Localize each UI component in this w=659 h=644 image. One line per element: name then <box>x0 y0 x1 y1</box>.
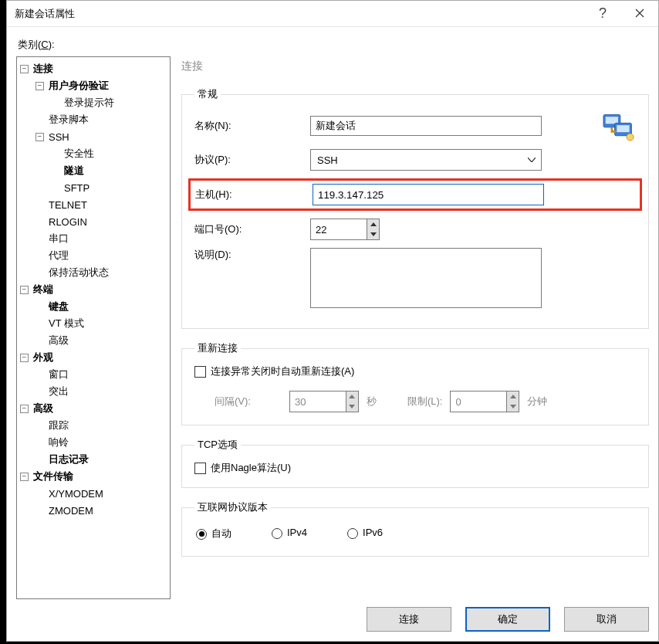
tree-item-keyboard[interactable]: 键盘 <box>17 298 170 315</box>
description-input[interactable] <box>310 248 542 308</box>
tree-item-telnet[interactable]: TELNET <box>17 196 170 213</box>
radio-ipv4[interactable]: IPv4 <box>272 527 307 541</box>
ok-button[interactable]: 确定 <box>465 607 550 632</box>
tree-collapse-icon[interactable]: − <box>35 82 44 90</box>
protocol-value: SSH <box>317 154 338 166</box>
tree-item-login-script[interactable]: 登录脚本 <box>17 111 170 128</box>
port-stepper[interactable] <box>310 219 380 240</box>
tree-collapse-icon[interactable]: − <box>20 473 29 481</box>
tree-collapse-icon[interactable]: − <box>20 286 29 294</box>
tree-item-sftp[interactable]: SFTP <box>17 179 170 196</box>
tree-item-connection[interactable]: − 连接 <box>17 60 170 77</box>
interval-input <box>290 391 346 412</box>
tree-collapse-icon[interactable]: − <box>20 354 29 362</box>
tree-item-advanced[interactable]: − 高级 <box>17 400 170 417</box>
tree-item-user-auth[interactable]: − 用户身份验证 <box>17 77 170 94</box>
spin-up-icon <box>346 391 358 402</box>
tree-item-ssh[interactable]: − SSH <box>17 128 170 145</box>
columns: − 连接 − 用户身份验证 登录提示符 <box>16 56 649 599</box>
tree-item-tunnel[interactable]: 隧道 <box>17 162 170 179</box>
tcp-group: TCP选项 使用Nagle算法(U) <box>181 438 649 488</box>
port-label: 端口号(O): <box>194 222 310 236</box>
ipversion-legend: 互联网协议版本 <box>194 500 271 514</box>
tree-item-serial[interactable]: 串口 <box>17 230 170 247</box>
interval-unit: 秒 <box>367 395 377 408</box>
limit-stepper <box>450 391 519 412</box>
tree-item-terminal-advanced[interactable]: 高级 <box>17 332 170 349</box>
panel-title: 连接 <box>181 59 649 73</box>
tree-item-xymodem[interactable]: X/YMODEM <box>17 485 170 502</box>
tree-collapse-icon[interactable]: − <box>35 133 44 141</box>
window-title: 新建会话属性 <box>15 7 584 21</box>
tree-collapse-icon[interactable]: − <box>20 405 29 413</box>
radio-icon <box>347 528 358 539</box>
host-row-highlight: 主机(H): <box>188 178 642 211</box>
tree-collapse-icon[interactable]: − <box>20 65 29 73</box>
dialog-body: 类别(C): − 连接 <box>7 27 658 641</box>
radio-icon <box>196 529 207 540</box>
auto-reconnect-checkbox[interactable] <box>194 366 206 378</box>
ipversion-group: 互联网协议版本 自动 IPv4 IPv6 <box>181 500 649 557</box>
auto-reconnect-label: 连接异常关闭时自动重新连接(A) <box>211 364 354 378</box>
reconnect-legend: 重新连接 <box>194 341 241 355</box>
nagle-label: 使用Nagle算法(U) <box>211 461 291 475</box>
tree-item-vt-mode[interactable]: VT 模式 <box>17 315 170 332</box>
tree-item-bell[interactable]: 响铃 <box>17 434 170 451</box>
settings-panel: 连接 常规 名称(N): <box>181 56 649 599</box>
interval-stepper <box>289 391 359 412</box>
tree-item-highlight[interactable]: 突出 <box>17 383 170 400</box>
nagle-checkbox[interactable] <box>194 463 206 474</box>
help-button[interactable]: ? <box>584 1 621 26</box>
button-bar: 连接 确定 取消 <box>16 607 649 632</box>
general-legend: 常规 <box>194 87 221 101</box>
connect-button[interactable]: 连接 <box>367 607 451 632</box>
category-label: 类别(C): <box>18 38 647 52</box>
tree-item-terminal[interactable]: − 终端 <box>17 281 170 298</box>
limit-input <box>451 391 506 412</box>
session-properties-dialog: 新建会话属性 ? 类别(C): − <box>6 0 659 642</box>
cancel-button[interactable]: 取消 <box>564 607 649 632</box>
tree-item-security[interactable]: 安全性 <box>17 145 170 162</box>
tree-item-rlogin[interactable]: RLOGIN <box>17 213 170 230</box>
svg-rect-3 <box>617 125 629 132</box>
connection-wizard-icon[interactable] <box>542 110 636 141</box>
limit-unit: 分钟 <box>527 395 547 408</box>
tree-item-proxy[interactable]: 代理 <box>17 247 170 264</box>
description-label: 说明(D): <box>194 248 310 262</box>
interval-label: 间隔(V): <box>215 395 251 408</box>
protocol-label: 协议(P): <box>194 153 310 167</box>
radio-icon <box>272 528 282 539</box>
name-label: 名称(N): <box>194 119 310 133</box>
spin-down-icon <box>346 402 358 412</box>
tree-item-logging[interactable]: 日志记录 <box>17 451 170 468</box>
protocol-select[interactable]: SSH <box>310 149 542 171</box>
close-icon <box>635 7 644 21</box>
window-buttons: ? <box>584 1 658 26</box>
tree-item-appearance[interactable]: − 外观 <box>17 349 170 366</box>
spin-up-icon[interactable] <box>367 219 379 229</box>
category-tree[interactable]: − 连接 − 用户身份验证 登录提示符 <box>16 56 171 599</box>
reconnect-group: 重新连接 连接异常关闭时自动重新连接(A) 间隔(V): <box>181 341 649 425</box>
limit-label: 限制(L): <box>407 395 443 408</box>
host-input[interactable] <box>313 184 544 205</box>
host-label: 主机(H): <box>195 188 313 202</box>
port-input[interactable] <box>311 219 367 239</box>
spin-up-icon <box>507 391 519 402</box>
titlebar: 新建会话属性 ? <box>7 1 658 27</box>
tree-item-login-prompt[interactable]: 登录提示符 <box>17 94 170 111</box>
chevron-down-icon <box>522 150 541 170</box>
name-input[interactable] <box>310 116 542 136</box>
radio-ipv6[interactable]: IPv6 <box>347 527 383 541</box>
svg-point-4 <box>627 134 634 141</box>
tree-item-window[interactable]: 窗口 <box>17 366 170 383</box>
spin-down-icon <box>507 402 519 412</box>
tree-item-file-transfer[interactable]: − 文件传输 <box>17 468 170 485</box>
tree-item-keepalive[interactable]: 保持活动状态 <box>17 264 170 281</box>
close-button[interactable] <box>621 1 658 26</box>
tcp-legend: TCP选项 <box>194 438 241 452</box>
tree-item-zmodem[interactable]: ZMODEM <box>17 502 170 519</box>
tree-item-trace[interactable]: 跟踪 <box>17 417 170 434</box>
radio-auto[interactable]: 自动 <box>196 527 231 541</box>
spin-down-icon[interactable] <box>367 229 379 239</box>
general-group: 常规 名称(N): <box>181 87 649 329</box>
